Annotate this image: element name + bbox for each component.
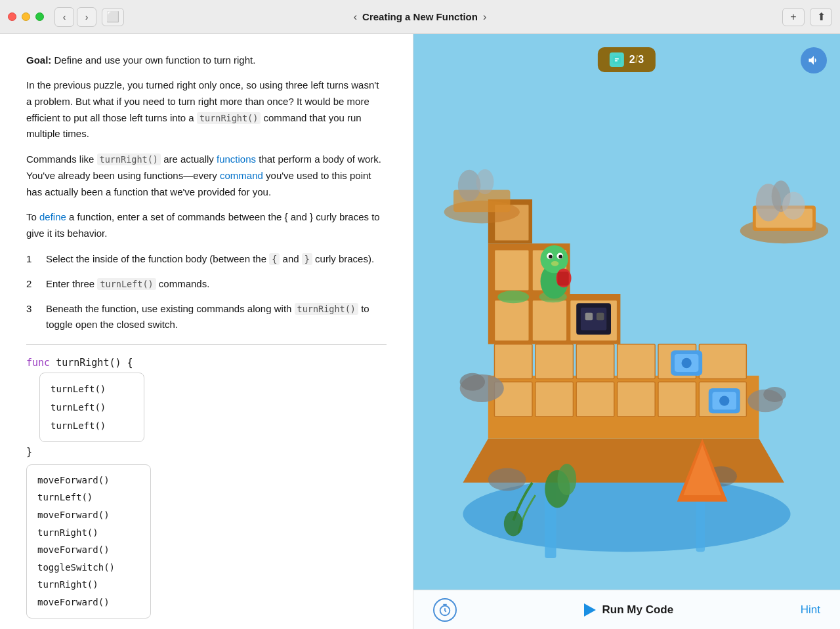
para3-start: To <box>26 211 37 222</box>
back-icon: ‹ <box>63 12 66 22</box>
outer-line-7: turnRight() <box>37 576 140 594</box>
body-line-2: turnLeft() <box>51 398 133 416</box>
goal-text: Define and use your own function to turn… <box>51 54 255 66</box>
svg-point-51 <box>460 373 485 391</box>
svg-rect-21 <box>494 300 529 341</box>
sound-icon <box>807 54 820 67</box>
step-3: 3 Beneath the function, use existing com… <box>26 301 387 333</box>
svg-rect-11 <box>618 382 656 416</box>
para2-code: turnRight() <box>97 153 161 165</box>
svg-rect-49 <box>557 272 568 285</box>
outer-code-box[interactable]: moveForward() turnLeft() moveForward() t… <box>26 464 151 619</box>
svg-point-53 <box>763 387 786 402</box>
svg-point-45 <box>549 254 553 258</box>
step-3-text: Beneath the function, use existing comma… <box>46 301 387 333</box>
sound-button[interactable] <box>801 47 827 73</box>
svg-rect-39 <box>585 313 593 321</box>
sidebar-toggle-button[interactable]: ⬜ <box>102 8 124 26</box>
titlebar: ‹ › ⬜ ‹ Creating a New Function › + ⬆ <box>0 0 840 34</box>
outer-line-8: moveForward() <box>37 594 140 611</box>
step-1: 1 Select the inside of the function body… <box>26 251 387 267</box>
para2-start: Commands like <box>26 153 94 165</box>
functions-link[interactable]: functions <box>217 153 256 165</box>
goal-label: Goal: <box>26 54 51 66</box>
left-panel: Goal: Define and use your own function t… <box>0 34 413 629</box>
right-panel: 2/3 <box>413 34 840 629</box>
share-button[interactable]: ⬆ <box>810 8 832 26</box>
svg-point-60 <box>557 464 576 495</box>
outer-line-6: toggleSwitch() <box>37 559 140 577</box>
svg-rect-22 <box>532 300 567 341</box>
timer-icon <box>438 603 452 617</box>
define-link[interactable]: define <box>39 211 66 222</box>
nav-buttons: ‹ › <box>54 7 96 27</box>
maximize-button[interactable] <box>35 12 44 21</box>
main-island <box>460 199 791 558</box>
svg-point-33 <box>681 358 691 368</box>
svg-rect-9 <box>536 382 574 416</box>
svg-rect-19 <box>699 344 746 379</box>
svg-point-29 <box>497 291 529 303</box>
svg-rect-2 <box>615 60 618 62</box>
game-svg <box>413 73 840 590</box>
svg-rect-10 <box>576 382 614 416</box>
game-scene <box>413 73 840 590</box>
command-link[interactable]: command <box>220 170 263 181</box>
svg-rect-12 <box>658 382 696 416</box>
title-area: ‹ Creating a New Function › <box>354 11 487 23</box>
outer-line-5: moveForward() <box>37 541 140 559</box>
para3-end: a function, enter a set of commands betw… <box>26 211 380 239</box>
level-total: 3 <box>638 54 644 65</box>
step-1-num: 1 <box>26 251 38 267</box>
svg-point-46 <box>558 254 562 258</box>
goal-paragraph: Goal: Define and use your own function t… <box>26 52 387 68</box>
run-my-code-button[interactable]: Run My Code <box>584 603 674 617</box>
para2-mid: are actually <box>163 153 214 165</box>
svg-rect-25 <box>494 250 529 291</box>
step-2-num: 2 <box>26 276 38 292</box>
divider <box>26 344 387 345</box>
svg-point-56 <box>504 511 523 536</box>
add-tab-button[interactable]: + <box>782 8 805 26</box>
hint-button[interactable]: Hint <box>801 603 820 617</box>
svg-rect-17 <box>618 344 656 379</box>
minimize-button[interactable] <box>22 12 30 21</box>
timer-button[interactable] <box>433 598 457 622</box>
forward-icon: › <box>85 12 89 22</box>
title-back-chevron[interactable]: ‹ <box>354 11 357 23</box>
outer-line-2: turnLeft() <box>37 489 140 506</box>
svg-point-54 <box>488 468 526 491</box>
body-line-3: turnLeft() <box>51 416 133 435</box>
svg-point-36 <box>719 396 729 405</box>
step-2: 2 Enter three turnLeft() commands. <box>26 276 387 292</box>
outer-line-3: moveForward() <box>37 506 140 524</box>
run-label: Run My Code <box>602 603 674 617</box>
svg-point-70 <box>476 169 494 194</box>
body-line-1: turnLeft() <box>51 380 133 398</box>
close-button[interactable] <box>8 12 16 21</box>
forward-nav-button[interactable]: › <box>77 7 96 27</box>
close-brace: } <box>26 446 387 458</box>
level-text: 2/3 <box>629 54 644 66</box>
small-island-left <box>444 169 520 224</box>
svg-rect-40 <box>597 313 604 321</box>
svg-rect-14 <box>494 344 532 379</box>
title-actions: + ⬆ <box>782 8 832 26</box>
func-body-box[interactable]: turnLeft() turnLeft() turnLeft() <box>39 373 144 442</box>
window-controls <box>8 12 44 21</box>
func-name: turnRight() { <box>56 357 133 369</box>
outer-line-1: moveForward() <box>37 472 140 489</box>
back-nav-button[interactable]: ‹ <box>54 7 74 27</box>
step-1-text: Select the inside of the function body (… <box>46 251 374 267</box>
svg-rect-16 <box>576 344 614 379</box>
steps-section: 1 Select the inside of the function body… <box>26 251 387 333</box>
play-icon <box>584 603 596 617</box>
step-3-num: 3 <box>26 301 38 333</box>
title-forward-chevron[interactable]: › <box>483 11 486 23</box>
sidebar-icon: ⬜ <box>106 10 119 23</box>
svg-rect-15 <box>536 344 574 379</box>
page-title: Creating a New Function <box>362 11 478 22</box>
paragraph-1: In the previous puzzle, you turned right… <box>26 77 387 142</box>
para1-code: turnRight() <box>197 112 261 124</box>
paragraph-2: Commands like turnRight() are actually f… <box>26 152 387 200</box>
